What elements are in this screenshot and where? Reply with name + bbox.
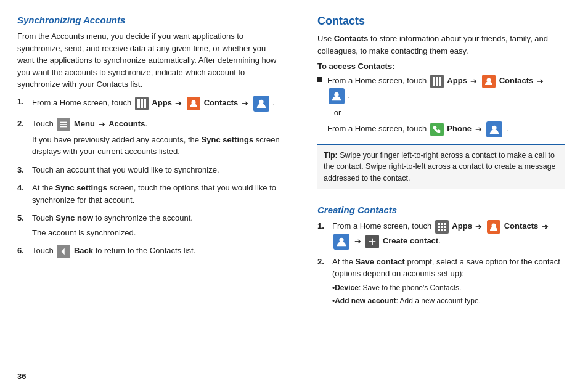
svg-rect-12 [60, 124, 67, 125]
svg-rect-30 [438, 226, 440, 228]
svg-rect-32 [444, 226, 446, 228]
sub-bullet-device: Device: Save to the phone's Contacts. [332, 282, 565, 293]
apps-label-step1: Apps [152, 98, 172, 107]
tip-box: Tip: Swipe your finger left-to-right acr… [317, 144, 565, 189]
step-4: 4. At the Sync settings screen, touch th… [17, 182, 282, 206]
svg-rect-19 [436, 80, 438, 83]
step-2-content: Touch Menu ➔ Accounts. If you have previ… [32, 118, 282, 158]
step-1-content: From a Home screen, touch Apps ➔ Contact… [32, 96, 282, 112]
arrow-3: ➔ [99, 120, 108, 129]
svg-rect-27 [438, 223, 440, 225]
arrow-create-1: ➔ [475, 222, 484, 231]
svg-rect-4 [141, 102, 143, 105]
svg-rect-2 [144, 99, 146, 102]
step-2-sub: If you have previously added any account… [32, 134, 282, 158]
contacts-small-icon-access-2 [486, 121, 502, 137]
svg-rect-5 [144, 102, 146, 105]
or-text: – or – [327, 107, 565, 119]
svg-rect-39 [369, 241, 376, 242]
step-5-sub: The account is synchronized. [32, 227, 282, 239]
svg-rect-15 [433, 77, 435, 80]
step-5-content: Touch Sync now to synchronize the accoun… [32, 212, 282, 239]
access-item-1: From a Home screen, touch Apps ➔ Contact… [317, 75, 565, 137]
contacts-small-icon-step1 [253, 96, 269, 112]
svg-point-25 [334, 92, 338, 97]
svg-rect-28 [441, 223, 443, 225]
svg-rect-16 [436, 77, 438, 80]
svg-rect-20 [439, 80, 441, 83]
svg-point-10 [259, 99, 263, 104]
svg-rect-3 [137, 102, 140, 105]
arrow-access-2: ➔ [537, 76, 544, 86]
step-3: 3. Touch an account that you would like … [17, 164, 282, 176]
apps-label-create: Apps [452, 221, 472, 231]
svg-rect-35 [444, 229, 446, 231]
contacts-icon-step1 [187, 97, 200, 110]
creating-steps-list: 1. From a Home screen, touch Apps ➔ Cont… [317, 220, 565, 308]
svg-rect-31 [441, 226, 443, 228]
left-column: Synchronizing Accounts From the Accounts… [17, 15, 282, 377]
create-icon [365, 235, 379, 248]
arrow-1: ➔ [175, 99, 182, 108]
step-1: 1. From a Home screen, touch Apps ➔ Cont… [17, 96, 282, 112]
sub-bullets: Device: Save to the phone's Contacts. Ad… [332, 282, 565, 306]
svg-rect-23 [439, 83, 441, 86]
svg-point-37 [339, 237, 343, 242]
apps-icon-step1 [135, 97, 149, 110]
arrow-create-3: ➔ [354, 237, 364, 246]
tip-text: Swipe your finger left-to-right across a… [324, 151, 556, 183]
creating-step-1: 1. From a Home screen, touch Apps ➔ Cont… [317, 220, 565, 250]
access-label: To access Contacts: [317, 62, 565, 71]
step-1-num: 1. [17, 96, 31, 108]
step-6: 6. Touch Back to return to the Contacts … [17, 245, 282, 258]
step-2: 2. Touch Menu ➔ Accounts. If you have pr… [17, 118, 282, 158]
access-item-1-content: From a Home screen, touch Apps ➔ Contact… [327, 75, 565, 137]
svg-rect-8 [144, 105, 146, 108]
arrow-access-1: ➔ [470, 76, 480, 86]
svg-rect-0 [137, 99, 140, 102]
divider [317, 197, 565, 197]
svg-rect-18 [433, 80, 435, 83]
svg-marker-14 [62, 248, 65, 255]
sub-bullet-add-account: Add new account: Add a new account type. [332, 295, 565, 306]
bullet-square-1 [317, 77, 322, 82]
right-column: Contacts Use Contacts to store informati… [300, 15, 565, 377]
access-list: From a Home screen, touch Apps ➔ Contact… [317, 75, 565, 137]
svg-rect-11 [60, 121, 67, 123]
svg-rect-34 [441, 229, 443, 231]
menu-icon-step2 [57, 118, 70, 131]
left-intro: From the Accounts menu, you decide if yo… [17, 30, 282, 91]
steps-list: 1. From a Home screen, touch Apps ➔ Cont… [17, 96, 282, 259]
contacts-label-access: Contacts [499, 76, 534, 85]
page-number: 36 [17, 372, 26, 381]
left-section-title: Synchronizing Accounts [17, 15, 282, 25]
menu-label-step2: Menu [74, 119, 95, 128]
phone-icon-access [430, 123, 444, 136]
svg-point-26 [492, 125, 497, 129]
creating-step-2-content: At the Save contact prompt, select a sav… [332, 256, 565, 308]
contacts-icon-access [482, 75, 496, 88]
arrow-create-2: ➔ [542, 222, 549, 231]
accounts-label-step2: Accounts [108, 119, 145, 128]
step-3-num: 3. [17, 164, 31, 176]
step-4-num: 4. [17, 182, 31, 194]
svg-rect-7 [141, 105, 143, 108]
svg-rect-21 [433, 83, 435, 86]
creating-title: Creating Contacts [317, 205, 565, 215]
step-2-num: 2. [17, 118, 31, 130]
apps-icon-access [430, 75, 444, 88]
step-6-num: 6. [17, 245, 31, 257]
creating-step-2-num: 2. [317, 256, 331, 268]
svg-rect-1 [141, 99, 143, 102]
step-5: 5. Touch Sync now to synchronize the acc… [17, 212, 282, 239]
step-5-num: 5. [17, 212, 31, 224]
svg-rect-22 [436, 83, 438, 86]
contacts-small-icon-access [329, 88, 345, 104]
apps-label-access: Apps [447, 76, 467, 85]
creating-step-1-num: 1. [317, 220, 331, 232]
contacts-label-create: Contacts [504, 221, 539, 231]
svg-rect-33 [438, 229, 440, 231]
phone-label-access: Phone [447, 124, 472, 133]
contacts-icon-create [487, 220, 500, 234]
svg-rect-17 [439, 77, 441, 80]
